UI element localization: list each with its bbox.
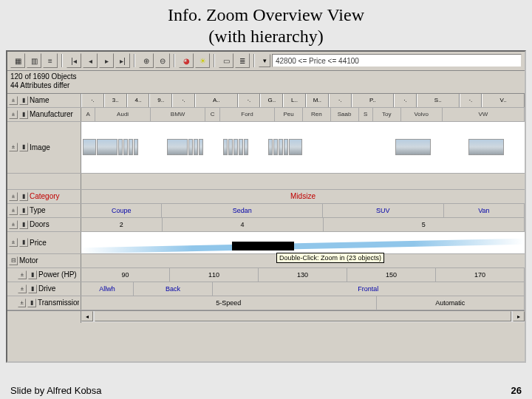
- name-group[interactable]: ·.: [172, 94, 195, 107]
- sun-icon[interactable]: ☀: [195, 53, 210, 68]
- zoom-out-icon[interactable]: ⊖: [155, 53, 170, 68]
- name-group[interactable]: ·.: [394, 94, 417, 107]
- doors-group[interactable]: 5: [324, 218, 525, 231]
- filter-field[interactable]: 42800 <= Price <= 44100: [272, 54, 522, 67]
- zoom-in-icon[interactable]: ⊕: [139, 53, 154, 68]
- car-thumbnail[interactable]: [167, 139, 188, 155]
- attr-image[interactable]: ± ▮ Image: [7, 122, 81, 173]
- attr-doors[interactable]: ± ▮ Doors: [7, 218, 81, 231]
- nav-prev-icon[interactable]: ◂: [83, 53, 98, 68]
- expand-icon[interactable]: ±: [9, 143, 18, 151]
- doc-icon[interactable]: ▭: [219, 53, 233, 68]
- car-thumbnail[interactable]: [188, 139, 193, 155]
- bar-icon[interactable]: ▮: [19, 238, 28, 247]
- attr-power[interactable]: ± ▮ Power (HP): [7, 268, 81, 282]
- expand-icon[interactable]: ±: [9, 220, 18, 229]
- mfr-group[interactable]: Peu: [275, 108, 303, 121]
- filter-dropdown-icon[interactable]: ▾: [259, 54, 270, 67]
- car-thumbnail[interactable]: [239, 139, 243, 155]
- car-thumbnail[interactable]: [199, 139, 203, 155]
- view-icon-3[interactable]: ≡: [43, 53, 58, 68]
- name-group[interactable]: G..: [260, 94, 283, 107]
- car-thumbnail[interactable]: [129, 139, 133, 155]
- nav-first-icon[interactable]: |◂: [66, 53, 81, 68]
- trans-group[interactable]: 5-Speed: [81, 296, 377, 310]
- expand-icon[interactable]: ±: [9, 206, 18, 215]
- bar-icon[interactable]: ▮: [19, 96, 28, 105]
- name-group[interactable]: 9..: [149, 94, 172, 107]
- nav-next-icon[interactable]: ▸: [99, 53, 114, 68]
- mfr-group[interactable]: Saab: [331, 108, 359, 121]
- scroll-left-icon[interactable]: ◂: [81, 311, 93, 321]
- trans-group[interactable]: Automatic: [377, 296, 525, 310]
- name-group[interactable]: V..: [482, 94, 525, 107]
- collapse-icon[interactable]: ⊟: [9, 256, 18, 265]
- name-group[interactable]: ·.: [329, 94, 352, 107]
- car-thumbnail[interactable]: [268, 139, 273, 155]
- power-tick[interactable]: 170: [436, 268, 525, 282]
- car-thumbnail[interactable]: [123, 139, 128, 155]
- expand-icon[interactable]: ±: [18, 284, 27, 293]
- drive-group[interactable]: Frontal: [213, 282, 525, 296]
- name-group[interactable]: 3..: [104, 94, 127, 107]
- name-group[interactable]: L..: [283, 94, 306, 107]
- mfr-group[interactable]: Toy: [373, 108, 401, 121]
- mfr-group[interactable]: BMW: [151, 108, 206, 121]
- expand-icon[interactable]: ±: [9, 238, 18, 247]
- car-thumbnail[interactable]: [223, 139, 228, 155]
- category-value[interactable]: Midsize: [81, 192, 525, 200]
- mfr-group[interactable]: S: [359, 108, 373, 121]
- bar-icon[interactable]: ▮: [19, 143, 28, 151]
- bar-icon[interactable]: ▮: [19, 206, 28, 215]
- bar-icon[interactable]: ▮: [19, 192, 28, 201]
- car-thumbnail[interactable]: [468, 139, 504, 155]
- mfr-group[interactable]: Volvo: [401, 108, 443, 121]
- type-group[interactable]: SUV: [323, 204, 444, 217]
- car-thumbnail[interactable]: [194, 139, 198, 155]
- attr-type[interactable]: ± ▮ Type: [7, 204, 81, 217]
- name-group[interactable]: P..: [352, 94, 395, 107]
- view-icon-1[interactable]: ▦: [10, 53, 25, 68]
- car-thumbnail[interactable]: [134, 139, 138, 155]
- name-group[interactable]: ·.: [460, 94, 482, 107]
- attr-name[interactable]: ± ▮ Name: [7, 94, 81, 107]
- power-tick[interactable]: 150: [347, 268, 436, 282]
- doors-group[interactable]: 4: [163, 218, 324, 231]
- mfr-group[interactable]: C: [205, 108, 219, 121]
- expand-icon[interactable]: ±: [18, 299, 26, 307]
- type-group[interactable]: Coupe: [81, 204, 162, 217]
- name-group[interactable]: S..: [417, 94, 460, 107]
- type-group[interactable]: Sedan: [162, 204, 323, 217]
- car-thumbnail[interactable]: [289, 139, 302, 155]
- car-thumbnail[interactable]: [395, 139, 431, 155]
- expand-icon[interactable]: ±: [9, 192, 18, 201]
- attr-category[interactable]: ± ▮ Category: [7, 190, 81, 203]
- attr-motor[interactable]: ⊟ Motor: [7, 254, 81, 267]
- price-chart[interactable]: [81, 232, 525, 253]
- drive-group[interactable]: Back: [134, 282, 212, 296]
- car-thumbnail[interactable]: [279, 139, 283, 155]
- horizontal-scrollbar[interactable]: ◂ ▸: [7, 310, 525, 322]
- attr-manufacturer[interactable]: ± ▮ Manufacturer: [7, 108, 81, 121]
- power-tick[interactable]: 110: [170, 268, 259, 282]
- car-thumbnail[interactable]: [83, 139, 96, 155]
- mfr-group[interactable]: A: [81, 108, 95, 121]
- attr-price[interactable]: ± ▮ Price: [7, 232, 81, 253]
- car-thumbnail[interactable]: [244, 139, 248, 155]
- mfr-group[interactable]: Ren: [303, 108, 331, 121]
- attr-transmission[interactable]: ± ▮ Transmission: [7, 296, 81, 310]
- doors-group[interactable]: 2: [81, 218, 163, 231]
- bar-icon[interactable]: ▮: [28, 284, 37, 293]
- car-thumbnail[interactable]: [273, 139, 278, 155]
- car-thumbnail[interactable]: [233, 139, 238, 155]
- car-thumbnail[interactable]: [284, 139, 288, 155]
- name-group[interactable]: A..: [195, 94, 238, 107]
- expand-icon[interactable]: ±: [18, 270, 27, 279]
- type-group[interactable]: Van: [444, 204, 525, 217]
- power-tick[interactable]: 130: [259, 268, 347, 282]
- car-thumbnail[interactable]: [97, 139, 117, 155]
- name-group[interactable]: 4..: [127, 94, 150, 107]
- drive-group[interactable]: Allwh: [81, 282, 134, 296]
- name-group[interactable]: M..: [306, 94, 329, 107]
- scroll-thumb[interactable]: [95, 311, 511, 321]
